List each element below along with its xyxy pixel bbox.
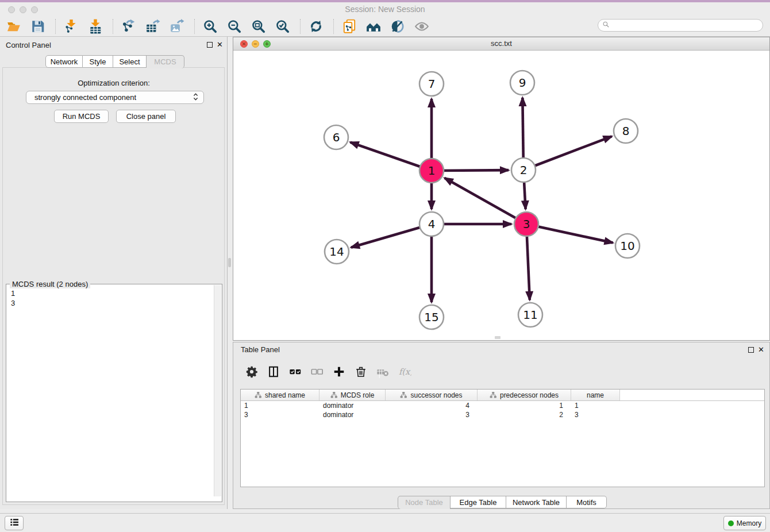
- mcds-result-box: MCDS result (2 nodes) 13: [6, 284, 222, 502]
- cell[interactable]: 3: [571, 411, 620, 419]
- shared-column-icon: [330, 391, 338, 399]
- column-header-name[interactable]: name: [571, 390, 620, 400]
- deselect-all-rows-icon[interactable]: [310, 365, 324, 379]
- network-window-titlebar[interactable]: ✕ − + scc.txt: [233, 37, 769, 51]
- open-session-icon[interactable]: [5, 17, 23, 36]
- criterion-dropdown[interactable]: strongly connected component: [26, 91, 204, 104]
- export-table-icon[interactable]: [144, 17, 162, 36]
- apply-layout-icon[interactable]: [307, 17, 325, 36]
- open-ndex-icon[interactable]: [364, 17, 383, 36]
- node-15[interactable]: 15: [419, 305, 444, 329]
- node-4[interactable]: 4: [419, 212, 444, 236]
- import-table-icon[interactable]: [86, 17, 105, 36]
- node-2[interactable]: 2: [511, 158, 536, 182]
- node-7[interactable]: 7: [419, 72, 444, 96]
- import-network-icon[interactable]: [62, 17, 80, 36]
- export-network-icon[interactable]: [120, 17, 138, 36]
- show-columns-icon[interactable]: [267, 365, 280, 379]
- zoom-out-icon[interactable]: [225, 17, 244, 36]
- mcds-result-items: 13: [11, 288, 15, 308]
- node-14[interactable]: 14: [325, 240, 349, 264]
- close-view-icon[interactable]: ✕: [240, 40, 248, 48]
- node-9[interactable]: 9: [510, 71, 534, 95]
- cell[interactable]: dominator: [319, 402, 386, 410]
- memory-button[interactable]: Memory: [723, 516, 766, 530]
- close-table-panel-icon[interactable]: ✕: [758, 346, 764, 353]
- control-panel-title: Control Panel: [6, 41, 51, 49]
- toggle-graphics-details-icon[interactable]: [388, 17, 407, 36]
- close-window-icon[interactable]: [8, 6, 15, 13]
- minimize-view-icon[interactable]: −: [252, 40, 259, 48]
- delete-row-icon[interactable]: [354, 365, 368, 379]
- control-panel-tabs: NetworkStyleSelectMCDS: [45, 55, 184, 68]
- column-label: shared name: [265, 391, 305, 399]
- network-graph[interactable]: 1234678910111415: [233, 51, 769, 340]
- node-6[interactable]: 6: [324, 125, 348, 149]
- svg-text:3: 3: [523, 217, 530, 231]
- minimize-window-icon[interactable]: [20, 6, 26, 13]
- node-1[interactable]: 1: [419, 159, 444, 183]
- cell[interactable]: 1: [571, 402, 620, 410]
- tab-network-table[interactable]: Network Table: [506, 496, 567, 508]
- task-list-icon: [9, 516, 20, 530]
- close-panel-icon[interactable]: ✕: [217, 41, 223, 48]
- column-header-predecessor-nodes[interactable]: predecessor nodes: [478, 390, 571, 400]
- tab-edge-table[interactable]: Edge Table: [451, 496, 506, 508]
- app-titlebar: Session: New Session: [0, 2, 770, 16]
- node-table[interactable]: shared nameMCDS rolesuccessor nodesprede…: [240, 389, 765, 487]
- zoom-selected-icon[interactable]: [274, 17, 292, 36]
- cell[interactable]: 1: [478, 402, 571, 410]
- node-3[interactable]: 3: [514, 212, 538, 236]
- tab-node-table[interactable]: Node Table: [398, 496, 451, 509]
- tab-motifs[interactable]: Motifs: [567, 496, 607, 508]
- table-body: 1dominator4113dominator323: [241, 401, 764, 419]
- zoom-in-icon[interactable]: [201, 17, 220, 36]
- edge-1-6[interactable]: [351, 142, 432, 171]
- cell[interactable]: 3: [386, 411, 478, 419]
- node-11[interactable]: 11: [518, 303, 542, 327]
- cell[interactable]: 2: [478, 411, 571, 419]
- clone-network-icon[interactable]: [340, 17, 359, 36]
- column-header-shared-name[interactable]: shared name: [241, 390, 319, 400]
- zoom-fit-content-icon[interactable]: [249, 17, 268, 36]
- float-table-panel-icon[interactable]: [748, 347, 754, 353]
- cell[interactable]: 1: [241, 402, 319, 410]
- network-canvas[interactable]: 1234678910111415: [233, 51, 769, 340]
- select-all-rows-icon[interactable]: [288, 365, 302, 379]
- table-row[interactable]: 1dominator411: [241, 401, 764, 410]
- divider-handle[interactable]: [228, 258, 231, 267]
- table-row[interactable]: 3dominator323: [241, 410, 764, 419]
- network-view-window: ✕ − + scc.txt 1234678910111415: [233, 37, 770, 341]
- edge-3-10[interactable]: [526, 224, 613, 243]
- table-header-row: shared nameMCDS rolesuccessor nodesprede…: [241, 390, 764, 401]
- cell[interactable]: 4: [386, 402, 478, 410]
- close-panel-button[interactable]: Close panel: [116, 110, 176, 123]
- node-10[interactable]: 10: [615, 234, 640, 258]
- result-scrollbar[interactable]: [214, 285, 221, 496]
- tab-select[interactable]: Select: [113, 55, 147, 68]
- canvas-resize-grip[interactable]: [495, 336, 500, 339]
- mcds-result-title: MCDS result (2 nodes): [10, 280, 90, 288]
- zoom-window-icon[interactable]: [31, 6, 38, 13]
- node-8[interactable]: 8: [614, 119, 638, 143]
- edge-2-8[interactable]: [523, 136, 612, 170]
- cell[interactable]: dominator: [319, 411, 386, 419]
- table-settings-icon[interactable]: [245, 365, 259, 379]
- save-session-icon[interactable]: [29, 17, 47, 36]
- search-input[interactable]: [612, 20, 763, 31]
- export-image-icon[interactable]: [168, 17, 186, 36]
- network-view-title: scc.txt: [233, 37, 769, 50]
- maximize-view-icon[interactable]: +: [263, 40, 271, 48]
- tab-style[interactable]: Style: [83, 55, 113, 68]
- run-mcds-button[interactable]: Run MCDS: [54, 110, 109, 123]
- tab-mcds[interactable]: MCDS: [147, 55, 184, 68]
- float-panel-icon[interactable]: [207, 42, 213, 48]
- column-header-MCDS-role[interactable]: MCDS role: [319, 390, 386, 400]
- edge-3-1[interactable]: [445, 178, 526, 224]
- tab-network[interactable]: Network: [45, 55, 83, 68]
- task-history-button[interactable]: [5, 516, 24, 530]
- search-box[interactable]: [598, 19, 763, 32]
- add-row-icon[interactable]: [332, 365, 346, 379]
- cell[interactable]: 3: [241, 411, 319, 419]
- column-header-successor-nodes[interactable]: successor nodes: [386, 390, 478, 400]
